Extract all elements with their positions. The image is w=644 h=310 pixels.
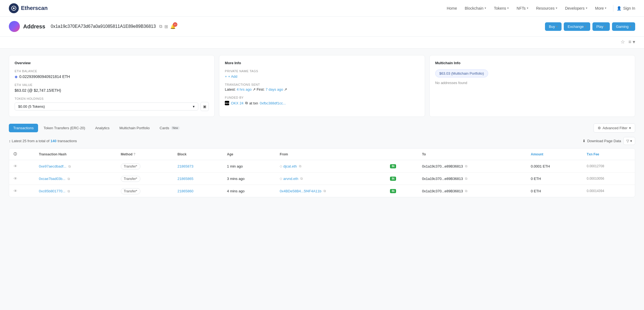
main-content: Overview ETH BALANCE ◆ 0.022939080940921… <box>0 48 644 204</box>
play-button[interactable]: Play ▾ <box>592 22 610 31</box>
multichain-badge[interactable]: $63.03 (Multichain Portfolio) <box>435 69 488 77</box>
eye-icon[interactable]: 👁 <box>14 164 17 168</box>
nav-item-blockchain[interactable]: Blockchain ▾ <box>461 4 490 13</box>
star-button[interactable]: ☆ <box>621 39 625 45</box>
info-circle-icon[interactable]: ⓘ <box>14 152 17 156</box>
nav-item-developers[interactable]: Developers ▾ <box>562 4 591 13</box>
eye-icon[interactable]: 👁 <box>14 189 17 193</box>
header-action-buttons: Buy ▾ Exchange ▾ Play ▾ Gaming ▾ <box>545 22 635 31</box>
brand-logo-link[interactable]: Etherscan <box>9 3 48 13</box>
filter-icon-button[interactable]: ▽ ▾ <box>623 137 635 145</box>
eye-icon[interactable]: 👁 <box>14 176 17 181</box>
to-address: 0x1a19c370...e89B36813 <box>422 164 463 168</box>
tx-hash-link[interactable]: 0xe97aecdbadf... <box>39 164 66 168</box>
copy-icon[interactable]: ⧉ <box>324 189 326 193</box>
nav-item-more[interactable]: More ▾ <box>592 4 610 13</box>
col-fee: Txn Fee <box>582 149 635 160</box>
exchange-button[interactable]: Exchange ▾ <box>564 22 590 31</box>
tx-hash-link[interactable]: 0xc85b801770... <box>39 189 65 193</box>
from-link[interactable]: djcat.eth <box>283 164 297 168</box>
nav-signin[interactable]: 👤 Sign In <box>617 6 635 10</box>
block-link[interactable]: 21865865 <box>177 177 193 181</box>
add-label: + Add <box>228 74 237 79</box>
arrow-icon: ↗ <box>284 87 287 91</box>
copy-icon[interactable]: ⧉ <box>299 164 301 168</box>
to-cell: 0x1a19c370...e89B36813 ⧉ <box>418 172 526 185</box>
to-address: 0x1a19c370...e89B36813 <box>422 189 463 193</box>
copy-icon[interactable]: ⧉ <box>465 189 467 193</box>
wallet-icon: ▣ <box>203 104 206 109</box>
gaming-button[interactable]: Gaming ▾ <box>612 22 635 31</box>
page-subheader: ☆ ≡ ▾ <box>0 37 644 48</box>
method-cell: Transfer* <box>116 185 173 197</box>
from-link[interactable]: arvnd.eth <box>283 177 298 181</box>
download-label: Download Page Data <box>587 139 621 143</box>
tab-analytics[interactable]: Analytics <box>91 124 114 132</box>
copy-icon[interactable]: ⧉ <box>465 177 467 180</box>
col-direction <box>386 149 418 160</box>
tab-cards[interactable]: Cards New <box>155 124 184 132</box>
chevron-down-icon: ▾ <box>193 104 195 109</box>
tx-count[interactable]: 140 <box>50 139 57 143</box>
advanced-filter-label: Advanced Filter <box>603 126 627 130</box>
method-cell: Transfer* <box>116 172 173 185</box>
col-amount: Amount <box>526 149 582 160</box>
question-icon[interactable]: ? <box>133 152 135 156</box>
copy-icon: ⧉ <box>159 24 162 29</box>
funded-tx-link[interactable]: 0xfbc388df1cc... <box>260 101 286 105</box>
notification-button[interactable]: 🔔 23 <box>170 24 176 29</box>
tx-sent-label: TRANSACTIONS SENT <box>225 83 419 86</box>
block-link[interactable]: 21865860 <box>177 189 193 193</box>
first-time-link[interactable]: 7 days ago <box>266 87 283 91</box>
overview-title: Overview <box>15 61 209 65</box>
copy-icon[interactable]: ⧉ <box>68 177 70 181</box>
okx-link[interactable]: OKX 24 <box>231 101 244 105</box>
buy-button[interactable]: Buy ▾ <box>545 22 562 31</box>
add-tag-button[interactable]: + + Add <box>225 74 237 79</box>
from-cell: 0x4BDe58B4...5f4F4A11b ⧉ <box>275 185 386 197</box>
from-link[interactable]: 0x4BDe58B4...5f4F4A11b <box>280 189 321 193</box>
eth-diamond-icon: ◆ <box>15 74 18 79</box>
brand-name: Etherscan <box>21 5 48 11</box>
nav-item-nfts[interactable]: NFTs ▾ <box>513 4 532 13</box>
chevron-down-icon: ▾ <box>630 139 632 143</box>
token-holdings-select[interactable]: $0.00 (5 Tokens) ▾ <box>15 103 198 110</box>
address-value: 0x1a19c370EA73d67a0a91085811A1E89e89B368… <box>51 24 156 29</box>
fee-cell: 0.00010056 <box>582 172 635 185</box>
download-page-data-button[interactable]: ⬇ Download Page Data <box>582 139 621 143</box>
tx-hash-link[interactable]: 0xcae7bad03b... <box>39 177 65 181</box>
copy-icon[interactable]: ⧉ <box>300 177 303 180</box>
copy-icon[interactable]: ⧉ <box>68 165 71 168</box>
tab-transactions[interactable]: Transactions <box>9 124 38 132</box>
amount-value: 0 ETH <box>531 189 541 193</box>
latest-time-link[interactable]: 4 hrs ago <box>237 87 252 91</box>
token-icon-button[interactable]: ▣ <box>201 102 209 111</box>
tab-token-transfers[interactable]: Token Transfers (ERC-20) <box>39 124 90 132</box>
amount-value: 0.0001 ETH <box>531 164 550 168</box>
tab-analytics-label: Analytics <box>95 126 109 130</box>
copy-address-button[interactable]: ⧉ <box>159 24 162 29</box>
chevron-down-icon: ▾ <box>556 6 557 10</box>
copy-icon[interactable]: ⧉ <box>465 164 467 168</box>
sort-icon: ↕ <box>9 139 11 143</box>
gaming-label: Gaming <box>616 25 629 29</box>
address-avatar <box>9 21 20 32</box>
tab-multichain-portfolio[interactable]: Multichain Portfolio <box>115 124 154 132</box>
nav-item-resources[interactable]: Resources ▾ <box>533 4 561 13</box>
copy-icon[interactable]: ⧉ <box>68 189 70 193</box>
play-label: Play <box>596 25 603 29</box>
at-txn-label: at txn <box>249 101 258 105</box>
chevron-down-icon: ▾ <box>604 25 606 28</box>
qr-code-button[interactable]: ⊞ <box>164 24 168 29</box>
nav-item-home[interactable]: Home <box>443 4 460 13</box>
eye-cell: 👁 <box>9 172 34 185</box>
block-link[interactable]: 21865873 <box>177 164 193 168</box>
in-badge: IN <box>390 177 396 181</box>
col-fee-label: Txn Fee <box>587 152 599 156</box>
nav-item-tokens[interactable]: Tokens ▾ <box>491 4 512 13</box>
fee-value: 0.00010056 <box>587 177 604 180</box>
advanced-filter-button[interactable]: ⚙ Advanced Filter ▾ <box>594 123 635 133</box>
diamond-icon: ◇ <box>280 177 282 180</box>
col-from: From <box>275 149 386 160</box>
list-button[interactable]: ≡ ▾ <box>628 39 635 45</box>
